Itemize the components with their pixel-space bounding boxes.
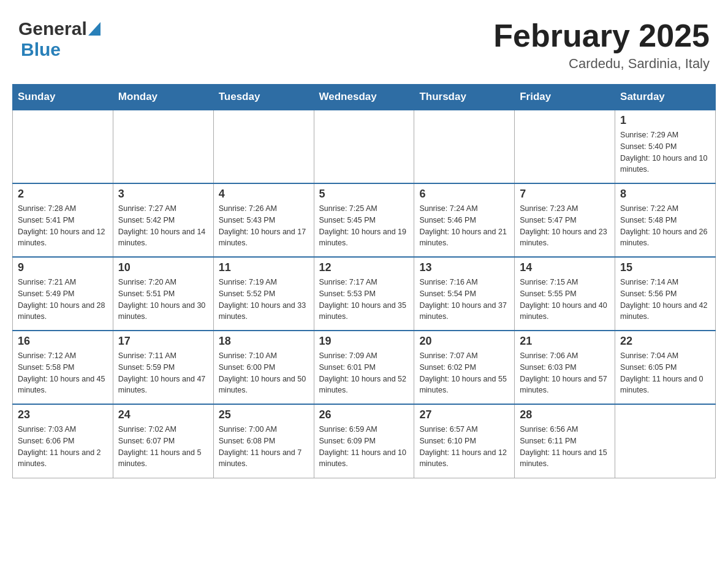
table-cell: 6Sunrise: 7:24 AM Sunset: 5:46 PM Daylig…	[414, 183, 515, 257]
table-cell	[13, 110, 113, 183]
table-cell: 25Sunrise: 7:00 AM Sunset: 6:08 PM Dayli…	[213, 404, 314, 478]
day-info: Sunrise: 7:09 AM Sunset: 6:01 PM Dayligh…	[319, 350, 409, 396]
col-sunday: Sunday	[13, 85, 113, 110]
table-cell: 5Sunrise: 7:25 AM Sunset: 5:45 PM Daylig…	[314, 183, 414, 257]
day-number: 22	[620, 335, 710, 348]
day-info: Sunrise: 7:14 AM Sunset: 5:56 PM Dayligh…	[620, 277, 710, 323]
table-cell: 14Sunrise: 7:15 AM Sunset: 5:55 PM Dayli…	[515, 257, 615, 331]
day-info: Sunrise: 6:56 AM Sunset: 6:11 PM Dayligh…	[520, 424, 610, 470]
day-info: Sunrise: 6:57 AM Sunset: 6:10 PM Dayligh…	[419, 424, 509, 470]
logo-blue-text: Blue	[21, 39, 61, 59]
day-info: Sunrise: 7:19 AM Sunset: 5:52 PM Dayligh…	[219, 277, 309, 323]
table-cell: 20Sunrise: 7:07 AM Sunset: 6:02 PM Dayli…	[414, 331, 515, 404]
day-number: 16	[18, 335, 108, 348]
day-number: 6	[419, 188, 509, 201]
calendar-title-block: February 2025 Cardedu, Sardinia, Italy	[493, 18, 710, 72]
calendar-month-year: February 2025	[493, 18, 710, 53]
day-number: 15	[620, 261, 710, 274]
table-cell: 26Sunrise: 6:59 AM Sunset: 6:09 PM Dayli…	[314, 404, 414, 478]
day-number: 19	[319, 335, 409, 348]
day-number: 13	[419, 261, 509, 274]
week-row-5: 23Sunrise: 7:03 AM Sunset: 6:06 PM Dayli…	[13, 404, 716, 478]
col-wednesday: Wednesday	[314, 85, 414, 110]
col-thursday: Thursday	[414, 85, 515, 110]
week-row-2: 2Sunrise: 7:28 AM Sunset: 5:41 PM Daylig…	[13, 183, 716, 257]
day-number: 4	[219, 188, 309, 201]
day-number: 24	[118, 408, 208, 421]
day-number: 25	[219, 408, 309, 421]
day-info: Sunrise: 7:29 AM Sunset: 5:40 PM Dayligh…	[620, 129, 710, 175]
day-info: Sunrise: 7:10 AM Sunset: 6:00 PM Dayligh…	[219, 350, 309, 396]
calendar-location: Cardedu, Sardinia, Italy	[493, 56, 710, 72]
table-cell: 8Sunrise: 7:22 AM Sunset: 5:48 PM Daylig…	[615, 183, 716, 257]
table-cell: 24Sunrise: 7:02 AM Sunset: 6:07 PM Dayli…	[113, 404, 213, 478]
calendar-header-row: Sunday Monday Tuesday Wednesday Thursday…	[13, 85, 716, 110]
table-cell: 9Sunrise: 7:21 AM Sunset: 5:49 PM Daylig…	[13, 257, 113, 331]
day-info: Sunrise: 7:20 AM Sunset: 5:51 PM Dayligh…	[118, 277, 208, 323]
table-cell	[414, 110, 515, 183]
calendar-table: Sunday Monday Tuesday Wednesday Thursday…	[12, 84, 716, 478]
day-info: Sunrise: 7:03 AM Sunset: 6:06 PM Dayligh…	[18, 424, 108, 470]
table-cell	[213, 110, 314, 183]
table-cell: 22Sunrise: 7:04 AM Sunset: 6:05 PM Dayli…	[615, 331, 716, 404]
day-number: 26	[319, 408, 409, 421]
day-number: 9	[18, 261, 108, 274]
day-number: 10	[118, 261, 208, 274]
col-friday: Friday	[515, 85, 615, 110]
table-cell: 15Sunrise: 7:14 AM Sunset: 5:56 PM Dayli…	[615, 257, 716, 331]
day-number: 21	[520, 335, 610, 348]
table-cell	[515, 110, 615, 183]
day-number: 14	[520, 261, 610, 274]
day-info: Sunrise: 7:21 AM Sunset: 5:49 PM Dayligh…	[18, 277, 108, 323]
logo-triangle-icon	[88, 22, 100, 38]
day-number: 23	[18, 408, 108, 421]
day-number: 12	[319, 261, 409, 274]
day-info: Sunrise: 7:00 AM Sunset: 6:08 PM Dayligh…	[219, 424, 309, 470]
day-number: 2	[18, 188, 108, 201]
day-number: 17	[118, 335, 208, 348]
day-info: Sunrise: 7:23 AM Sunset: 5:47 PM Dayligh…	[520, 203, 610, 249]
table-cell: 10Sunrise: 7:20 AM Sunset: 5:51 PM Dayli…	[113, 257, 213, 331]
table-cell: 7Sunrise: 7:23 AM Sunset: 5:47 PM Daylig…	[515, 183, 615, 257]
table-cell	[615, 404, 716, 478]
day-number: 1	[620, 114, 710, 127]
table-cell: 2Sunrise: 7:28 AM Sunset: 5:41 PM Daylig…	[13, 183, 113, 257]
day-info: Sunrise: 7:07 AM Sunset: 6:02 PM Dayligh…	[419, 350, 509, 396]
table-cell: 16Sunrise: 7:12 AM Sunset: 5:58 PM Dayli…	[13, 331, 113, 404]
day-info: Sunrise: 7:27 AM Sunset: 5:42 PM Dayligh…	[118, 203, 208, 249]
day-number: 18	[219, 335, 309, 348]
day-info: Sunrise: 7:16 AM Sunset: 5:54 PM Dayligh…	[419, 277, 509, 323]
page-header: General Blue February 2025 Cardedu, Sard…	[12, 12, 716, 72]
day-number: 8	[620, 188, 710, 201]
table-cell	[113, 110, 213, 183]
day-info: Sunrise: 7:17 AM Sunset: 5:53 PM Dayligh…	[319, 277, 409, 323]
col-saturday: Saturday	[615, 85, 716, 110]
col-tuesday: Tuesday	[213, 85, 314, 110]
day-info: Sunrise: 7:06 AM Sunset: 6:03 PM Dayligh…	[520, 350, 610, 396]
table-cell: 21Sunrise: 7:06 AM Sunset: 6:03 PM Dayli…	[515, 331, 615, 404]
day-info: Sunrise: 7:15 AM Sunset: 5:55 PM Dayligh…	[520, 277, 610, 323]
day-number: 27	[419, 408, 509, 421]
day-number: 20	[419, 335, 509, 348]
table-cell: 3Sunrise: 7:27 AM Sunset: 5:42 PM Daylig…	[113, 183, 213, 257]
table-cell: 13Sunrise: 7:16 AM Sunset: 5:54 PM Dayli…	[414, 257, 515, 331]
table-cell: 4Sunrise: 7:26 AM Sunset: 5:43 PM Daylig…	[213, 183, 314, 257]
logo: General Blue	[18, 18, 100, 60]
table-cell: 28Sunrise: 6:56 AM Sunset: 6:11 PM Dayli…	[515, 404, 615, 478]
day-number: 7	[520, 188, 610, 201]
day-number: 3	[118, 188, 208, 201]
week-row-1: 1Sunrise: 7:29 AM Sunset: 5:40 PM Daylig…	[13, 110, 716, 183]
day-info: Sunrise: 7:28 AM Sunset: 5:41 PM Dayligh…	[18, 203, 108, 249]
table-cell: 12Sunrise: 7:17 AM Sunset: 5:53 PM Dayli…	[314, 257, 414, 331]
day-number: 28	[520, 408, 610, 421]
svg-marker-0	[88, 22, 100, 36]
day-info: Sunrise: 7:25 AM Sunset: 5:45 PM Dayligh…	[319, 203, 409, 249]
day-info: Sunrise: 7:11 AM Sunset: 5:59 PM Dayligh…	[118, 350, 208, 396]
table-cell: 27Sunrise: 6:57 AM Sunset: 6:10 PM Dayli…	[414, 404, 515, 478]
table-cell: 23Sunrise: 7:03 AM Sunset: 6:06 PM Dayli…	[13, 404, 113, 478]
table-cell: 1Sunrise: 7:29 AM Sunset: 5:40 PM Daylig…	[615, 110, 716, 183]
day-info: Sunrise: 7:26 AM Sunset: 5:43 PM Dayligh…	[219, 203, 309, 249]
col-monday: Monday	[113, 85, 213, 110]
day-info: Sunrise: 7:22 AM Sunset: 5:48 PM Dayligh…	[620, 203, 710, 249]
day-info: Sunrise: 6:59 AM Sunset: 6:09 PM Dayligh…	[319, 424, 409, 470]
